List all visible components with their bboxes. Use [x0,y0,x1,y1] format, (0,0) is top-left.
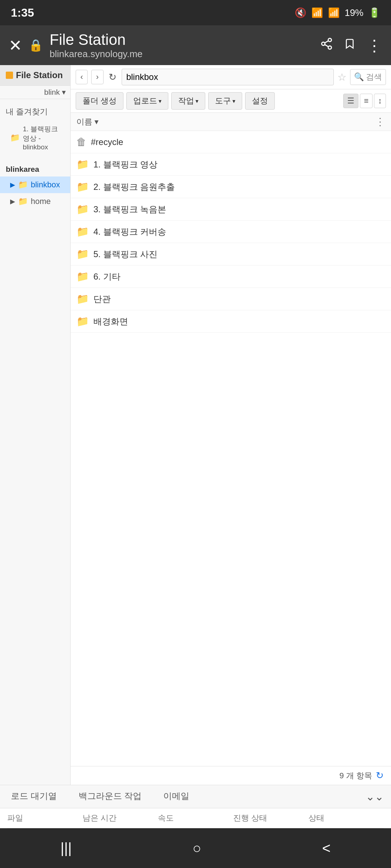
transfer-table-header: 파일 남은 시간 속도 진행 상태 상태 [7,808,384,828]
settings-button[interactable]: 설정 [245,92,275,110]
svg-point-0 [328,38,332,42]
file-item-3[interactable]: 📁 4. 블랙핑크 커버송 [71,221,391,243]
file-list-more-button[interactable]: ⋮ [375,116,385,128]
search-placeholder: 검색 [366,72,382,82]
folder-icon-3: 📁 [76,226,89,238]
file-name-3: 4. 블랙핑크 커버송 [93,226,166,238]
sidebar-favorite-item-0[interactable]: 📁 1. 블랙핑크 영상 - blinkbox [0,121,70,155]
svg-line-4 [325,41,328,43]
col-name-header: 이름 ▾ [76,116,375,127]
sidebar-title-label: File Station [16,70,63,80]
nav-menu-button[interactable]: ||| [46,837,86,860]
tools-button[interactable]: 도구 ▾ [208,92,242,110]
folder-icon-5: 📁 [76,271,89,282]
sidebar-app-title: File Station [0,65,70,86]
transfer-col-status: 상태 [308,813,384,824]
close-button[interactable]: ✕ [9,36,22,55]
bookmark-button[interactable] [344,37,356,54]
sidebar: File Station blink ▾ 내 즐겨찾기 📁 1. 블랙핑크 영상… [0,65,71,785]
sidebar-home-label: home [31,197,51,206]
file-count-refresh-button[interactable]: ↻ [376,770,384,781]
star-button[interactable]: ☆ [337,71,346,83]
battery-indicator: 19% [345,7,363,18]
file-name-2: 3. 블랙핑크 녹음본 [93,204,166,215]
status-bar: 1:35 🔇 📶 📶 19% 🔋 [0,0,391,25]
back-button[interactable]: ‹ [76,70,88,84]
file-item-1[interactable]: 📁 2. 블랙핑크 음원추출 [71,176,391,198]
file-name-recycle: #recycle [91,137,123,147]
transfer-col-speed: 속도 [158,813,233,824]
sidebar-item-blinkbox[interactable]: ▶ 📁 blinkbox [0,176,70,193]
view-sort-button[interactable]: ↕ [374,94,386,108]
path-input[interactable] [122,69,334,85]
sidebar-item-home[interactable]: ▶ 📁 home [0,193,70,210]
file-count-label: 9 개 항목 [340,770,372,781]
file-name-5: 6. 기타 [93,271,121,282]
folder-icon-blinkbox: 📁 [18,180,28,190]
tab-email[interactable]: 이메일 [152,785,200,808]
more-menu-button[interactable]: ⋮ [366,36,382,55]
folder-icon-4: 📁 [76,248,89,260]
file-area: ‹ › ↻ ☆ 🔍 검색 폴더 생성 업로드 ▾ [71,65,391,785]
app-bar-left: ✕ 🔒 File Station blinkarea.synology.me [9,31,313,60]
nav-bar: ||| ○ < [0,828,391,868]
transfer-col-time: 남은 시간 [83,813,158,824]
share-button[interactable] [320,37,333,54]
sidebar-favorites-label: 내 즐겨찾기 [0,103,70,121]
sidebar-section-title: blinkarea [0,162,70,176]
action-button[interactable]: 작업 ▾ [171,92,205,110]
folder-icon-6: 📁 [76,293,89,305]
sidebar-blinkbox-label: blinkbox [31,180,60,190]
mute-icon: 🔇 [295,7,306,18]
collapse-button[interactable]: ⌄⌄ [358,785,391,808]
svg-point-1 [322,42,325,45]
folder-icon-0: 📁 [76,158,89,170]
app-bar: ✕ 🔒 File Station blinkarea.synology.me ⋮ [0,25,391,65]
file-name-6: 단관 [93,293,111,305]
lock-icon: 🔒 [29,38,43,52]
toolbar-nav-row: ‹ › ↻ ☆ 🔍 검색 [71,65,391,89]
user-badge[interactable]: blink ▾ [0,86,70,99]
folder-icon-2: 📁 [76,203,89,215]
scroll-main: File Station blink ▾ 내 즐겨찾기 📁 1. 블랙핑크 영상… [0,65,391,828]
favorites-label-text: 내 즐겨찾기 [6,106,48,117]
folder-icon-1: 📁 [76,181,89,193]
search-box[interactable]: 🔍 검색 [350,69,386,85]
file-item-0[interactable]: 📁 1. 블랙핑크 영상 [71,153,391,176]
tree-arrow-blinkbox: ▶ [10,181,15,189]
folder-icon-home: 📁 [18,197,28,206]
create-folder-button[interactable]: 폴더 생성 [76,92,123,110]
app-title: File Station [50,31,143,48]
nav-home-button[interactable]: ○ [178,837,216,860]
wifi-icon: 📶 [311,7,323,18]
view-detail-button[interactable]: ≡ [360,94,373,108]
file-item-4[interactable]: 📁 5. 블랙핑크 사진 [71,243,391,265]
file-list: 🗑 #recycle 📁 1. 블랙핑크 영상 📁 2. 블랙핑크 음원추출 📁… [71,131,391,766]
svg-line-3 [325,44,328,47]
file-item-2[interactable]: 📁 3. 블랙핑크 녹음본 [71,198,391,221]
transfer-col-file: 파일 [7,813,83,824]
forward-button[interactable]: › [91,70,103,84]
folder-icon-7: 📁 [76,315,89,327]
search-icon: 🔍 [354,72,364,82]
main-layout: File Station blink ▾ 내 즐겨찾기 📁 1. 블랙핑크 영상… [0,65,391,785]
file-count-bar: 9 개 항목 ↻ [71,766,391,785]
app-bar-icons: ⋮ [320,36,382,55]
file-item-6[interactable]: 📁 단관 [71,288,391,310]
file-item-recycle[interactable]: 🗑 #recycle [71,131,391,153]
transfer-table: 파일 남은 시간 속도 진행 상태 상태 [0,808,391,828]
svg-point-2 [328,46,332,49]
view-options: ☰ ≡ ↕ [343,94,386,108]
nav-back-button[interactable]: < [308,837,345,860]
refresh-button[interactable]: ↻ [107,70,118,84]
upload-button[interactable]: 업로드 ▾ [126,92,168,110]
status-icons: 🔇 📶 📶 19% 🔋 [295,7,380,18]
sidebar-blinkarea-section: blinkarea ▶ 📁 blinkbox ▶ 📁 home [0,158,70,213]
file-item-7[interactable]: 📁 배경화면 [71,310,391,333]
sidebar-favorites-section: 내 즐겨찾기 📁 1. 블랙핑크 영상 - blinkbox [0,99,70,158]
file-name-0: 1. 블랙핑크 영상 [93,159,157,170]
view-list-button[interactable]: ☰ [343,94,358,108]
tab-upload-queue[interactable]: 로드 대기열 [0,785,68,808]
file-item-5[interactable]: 📁 6. 기타 [71,265,391,288]
tab-background-tasks[interactable]: 백그라운드 작업 [68,785,153,808]
